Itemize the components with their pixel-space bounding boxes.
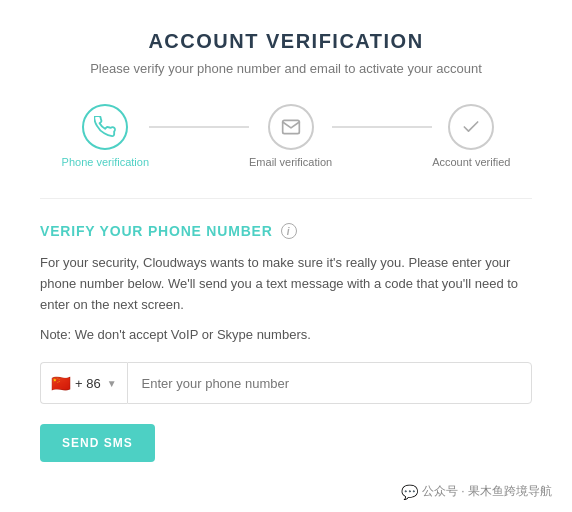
step-email: Email verification: [249, 104, 332, 168]
chevron-down-icon: ▼: [107, 378, 117, 389]
verify-section: VERIFY YOUR PHONE NUMBER i For your secu…: [40, 223, 532, 462]
step-account: Account verified: [432, 104, 510, 168]
step-connector-2: [332, 126, 432, 128]
country-selector[interactable]: 🇨🇳 + 86 ▼: [40, 362, 127, 404]
watermark: 💬 公众号 · 果木鱼跨境导航: [401, 483, 552, 500]
section-description: For your security, Cloudways wants to ma…: [40, 253, 532, 315]
steps-container: Phone verification Email verification Ac…: [40, 104, 532, 168]
wechat-icon: 💬: [401, 484, 418, 500]
divider: [40, 198, 532, 199]
info-icon[interactable]: i: [281, 223, 297, 239]
phone-input-row: 🇨🇳 + 86 ▼: [40, 362, 532, 404]
step-connector-1: [149, 126, 249, 128]
country-code: + 86: [75, 376, 101, 391]
step-email-icon: [268, 104, 314, 150]
section-title: VERIFY YOUR PHONE NUMBER i: [40, 223, 532, 239]
country-flag: 🇨🇳: [51, 374, 71, 393]
step-phone-label: Phone verification: [62, 156, 149, 168]
phone-input[interactable]: [127, 362, 532, 404]
step-account-label: Account verified: [432, 156, 510, 168]
send-sms-button[interactable]: SEND SMS: [40, 424, 155, 462]
page-title: ACCOUNT VERIFICATION: [40, 30, 532, 53]
watermark-text: 公众号 · 果木鱼跨境导航: [422, 483, 552, 500]
page-subtitle: Please verify your phone number and emai…: [40, 61, 532, 76]
step-phone-icon: [82, 104, 128, 150]
page-header: ACCOUNT VERIFICATION Please verify your …: [40, 30, 532, 76]
section-note: Note: We don't accept VoIP or Skype numb…: [40, 327, 532, 342]
step-phone: Phone verification: [62, 104, 149, 168]
step-account-icon: [448, 104, 494, 150]
step-email-label: Email verification: [249, 156, 332, 168]
